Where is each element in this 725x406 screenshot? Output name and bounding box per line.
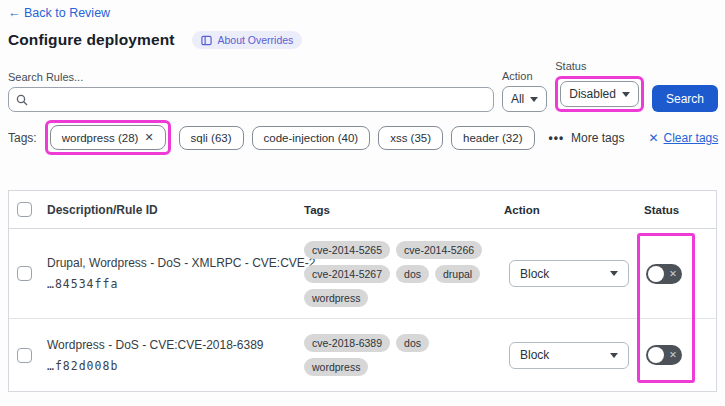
table-header-row: Description/Rule ID Tags Action Status [9,191,716,229]
ellipsis-icon: ••• [549,131,565,145]
action-filter-dropdown[interactable]: All [502,86,547,112]
chevron-down-icon [610,353,618,358]
chevron-down-icon [622,92,630,97]
tag-label: wordpress (28) [62,132,139,144]
header-status: Status [644,204,718,216]
header-action: Action [504,204,644,216]
action-filter-group: Action All [502,70,547,112]
action-select-value: Block [520,348,549,362]
tag-filter-header[interactable]: header (32) [451,126,534,150]
table-row: Wordpress - DoS - CVE:CVE-2018-6389 …f82… [9,319,716,391]
rule-tag-chip: cve-2014-5267 [304,265,390,283]
toggle-knob [648,347,664,363]
more-tags-button[interactable]: ••• More tags [549,131,625,145]
action-select-value: Block [520,267,549,281]
clear-tags-button[interactable]: ✕ Clear tags [648,131,718,145]
row-checkbox[interactable] [17,266,32,281]
clear-tags-label: Clear tags [664,131,719,145]
rule-description: Drupal, Wordpress - DoS - XMLRPC - CVE:C… [47,256,304,270]
rule-tag-chip: wordpress [304,289,368,307]
about-overrides-badge[interactable]: About Overrides [192,31,302,49]
status-filter-annotation: Disabled [555,76,644,112]
rule-description: Wordpress - DoS - CVE:CVE-2018-6389 [47,338,304,352]
configure-deployment-page: ← Back to Review Configure deployment Ab… [0,0,725,406]
rule-tag-chip: wordpress [304,358,368,376]
about-overrides-label: About Overrides [217,34,293,46]
select-all-checkbox[interactable] [17,202,32,217]
row-checkbox[interactable] [17,348,32,363]
remove-tag-icon[interactable]: ✕ [144,131,153,144]
search-button[interactable]: Search [652,85,718,112]
search-rules-input[interactable] [33,93,486,107]
filters-bar: Search Rules... Action All Status Disabl… [8,60,718,112]
rule-tag-chip: dos [396,334,429,352]
book-icon [201,35,212,46]
table-row: Drupal, Wordpress - DoS - XMLRPC - CVE:C… [9,229,716,319]
header-description: Description/Rule ID [39,203,304,217]
tag-filter-sqli[interactable]: sqli (63) [179,126,244,150]
search-icon [16,94,28,106]
status-toggle[interactable]: ✕ [646,264,682,284]
status-toggle[interactable]: ✕ [646,345,682,365]
status-filter-label: Status [555,60,644,72]
rule-id: …f82d008b [47,359,304,373]
chevron-down-icon [530,97,538,102]
action-filter-label: Action [502,70,547,82]
tags-bar: Tags: wordpress (28) ✕ sqli (63) code-in… [8,120,718,155]
tag-filter-xss[interactable]: xss (35) [378,126,443,150]
clear-x-icon: ✕ [648,131,658,145]
rule-tag-chip: drupal [435,265,480,283]
rule-tag-chip: cve-2014-5266 [396,241,482,259]
tag-filter-code-injection[interactable]: code-injection (40) [252,126,371,150]
page-title: Configure deployment [8,31,174,49]
toggle-off-icon: ✕ [669,269,677,279]
rules-table: Description/Rule ID Tags Action Status D… [8,190,717,392]
action-select[interactable]: Block [509,342,629,369]
search-input-box [8,87,494,112]
more-tags-label: More tags [571,131,624,145]
status-filter-dropdown[interactable]: Disabled [560,81,639,107]
chevron-down-icon [610,271,618,276]
rule-tag-chip: cve-2014-5265 [304,241,390,259]
action-select[interactable]: Block [509,260,629,287]
heading-row: Configure deployment About Overrides [8,31,302,49]
rule-id: …84534ffa [47,277,304,291]
tags-label: Tags: [8,131,37,145]
rule-tags: cve-2018-6389 dos wordpress [304,334,496,376]
status-filter-value: Disabled [569,87,616,101]
search-rules-label: Search Rules... [8,71,494,83]
tag-filter-wordpress[interactable]: wordpress (28) ✕ [50,125,166,150]
rule-tag-chip: cve-2018-6389 [304,334,390,352]
toggle-off-icon: ✕ [669,350,677,360]
rule-tag-chip: dos [396,265,429,283]
back-to-review-link[interactable]: ← Back to Review [8,6,110,20]
rule-tags: cve-2014-5265 cve-2014-5266 cve-2014-526… [304,241,496,307]
action-filter-value: All [511,92,524,106]
search-rules-group: Search Rules... [8,71,494,112]
toggle-knob [648,266,664,282]
header-tags: Tags [304,204,504,216]
status-filter-group: Status Disabled [555,60,644,112]
selected-tag-annotation: wordpress (28) ✕ [45,120,171,155]
